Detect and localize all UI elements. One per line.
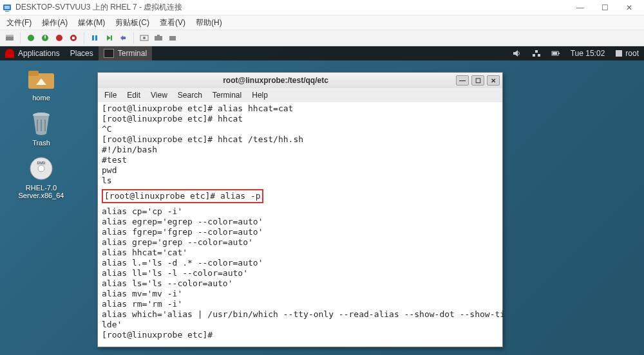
toolbar-separator bbox=[133, 32, 134, 44]
menu-media[interactable]: 媒体(M) bbox=[73, 16, 110, 30]
pause-icon[interactable] bbox=[89, 32, 100, 44]
svg-marker-13 bbox=[107, 35, 111, 41]
shutdown-icon[interactable] bbox=[39, 32, 51, 44]
svg-rect-1 bbox=[5, 6, 10, 9]
snapshot-icon[interactable] bbox=[153, 32, 164, 44]
panel-terminal-label: Terminal bbox=[118, 49, 147, 58]
menu-action[interactable]: 操作(A) bbox=[37, 16, 73, 30]
svg-rect-18 bbox=[155, 36, 162, 41]
svg-rect-22 bbox=[533, 54, 535, 57]
terminal-menu-edit[interactable]: Edit bbox=[122, 89, 146, 101]
panel-places[interactable]: Places bbox=[65, 46, 99, 60]
panel-applications: Applications bbox=[18, 49, 60, 58]
reset-icon[interactable] bbox=[103, 32, 115, 44]
terminal-line: alias hhcat='cat' bbox=[102, 248, 187, 257]
svg-point-37 bbox=[38, 165, 44, 172]
terminal-menu-search[interactable]: Search bbox=[173, 89, 207, 101]
terminal-line: alias fgrep='fgrep --color=auto' bbox=[102, 227, 263, 237]
terminal-window: root@linuxprobe:/test/qq/etc — ☐ ✕ File … bbox=[97, 72, 503, 347]
svg-rect-12 bbox=[95, 35, 97, 41]
host-title: DESKTOP-SVTVUU3 上的 RHEL 7 - 虚拟机连接 bbox=[15, 2, 568, 13]
terminal-close-button[interactable]: ✕ bbox=[487, 75, 500, 86]
terminal-line: alias which='alias | /usr/bin/which --tt… bbox=[102, 309, 505, 319]
svg-marker-15 bbox=[120, 35, 126, 41]
panel-user-menu[interactable]: root bbox=[610, 46, 644, 60]
terminal-line: ^C bbox=[102, 124, 112, 134]
svg-rect-20 bbox=[169, 36, 176, 41]
disc-icon: DVD bbox=[27, 156, 55, 181]
desktop-rhel-disc-icon[interactable]: DVD RHEL-7.0 Server.x86_64 bbox=[9, 156, 73, 199]
ctrl-alt-del-icon[interactable] bbox=[4, 32, 15, 44]
terminal-menu-terminal[interactable]: Terminal bbox=[207, 89, 247, 101]
host-menubar: 文件(F) 操作(A) 媒体(M) 剪贴板(C) 查看(V) 帮助(H) bbox=[0, 15, 644, 30]
desktop-icon-label: home bbox=[32, 94, 50, 102]
terminal-minimize-button[interactable]: — bbox=[456, 75, 469, 86]
desktop-trash-icon[interactable]: Trash bbox=[9, 111, 73, 147]
terminal-line: alias rm='rm -i' bbox=[102, 299, 182, 309]
svg-rect-24 bbox=[535, 50, 538, 53]
gnome-top-panel: Applications Places Terminal Tue 15:02 r… bbox=[0, 46, 644, 60]
revert-icon[interactable] bbox=[117, 32, 129, 44]
terminal-line: alias mv='mv -i' bbox=[102, 289, 182, 298]
start-icon[interactable] bbox=[25, 32, 37, 44]
host-window-controls: — ☐ ✕ bbox=[568, 0, 641, 15]
terminal-prompt: [root@linuxprobe etc]# bbox=[102, 330, 218, 340]
desktop-home-icon[interactable]: home bbox=[9, 66, 73, 102]
terminal-line: alias l.='ls -d .* --color=auto' bbox=[102, 258, 263, 268]
highlighted-command: [root@linuxprobe etc]# alias -p bbox=[102, 189, 263, 203]
terminal-line: #test bbox=[102, 155, 127, 165]
svg-rect-10 bbox=[72, 37, 75, 39]
volume-icon[interactable] bbox=[507, 46, 527, 60]
panel-clock[interactable]: Tue 15:02 bbox=[565, 46, 611, 60]
desktop-icon-label: Trash bbox=[32, 139, 50, 147]
share-icon[interactable] bbox=[167, 32, 178, 44]
terminal-menu-view[interactable]: View bbox=[146, 89, 173, 101]
terminal-line: #!/bin/bash bbox=[102, 145, 157, 154]
redhat-hat-icon bbox=[5, 49, 14, 58]
maximize-button[interactable]: ☐ bbox=[592, 0, 617, 15]
toolbar-separator bbox=[20, 32, 21, 44]
svg-rect-19 bbox=[157, 35, 160, 37]
terminal-menubar: File Edit View Search Terminal Help bbox=[98, 88, 502, 102]
terminal-title: root@linuxprobe:/test/qq/etc bbox=[98, 76, 453, 85]
panel-terminal-launcher[interactable]: Terminal bbox=[99, 46, 152, 60]
terminal-line: alias ll='ls -l --color=auto' bbox=[102, 268, 248, 278]
trash-icon bbox=[27, 111, 55, 136]
network-icon[interactable] bbox=[527, 46, 546, 60]
vm-icon bbox=[3, 3, 12, 12]
terminal-line: alias grep='grep --color=auto' bbox=[102, 237, 253, 247]
terminal-maximize-button[interactable]: ☐ bbox=[471, 75, 484, 86]
host-titlebar: DESKTOP-SVTVUU3 上的 RHEL 7 - 虚拟机连接 — ☐ ✕ bbox=[0, 0, 644, 15]
terminal-line: [root@linuxprobe etc]# hhcat bbox=[102, 114, 243, 123]
svg-rect-27 bbox=[553, 52, 557, 55]
battery-icon[interactable] bbox=[546, 46, 565, 60]
activities-logo[interactable]: Applications bbox=[0, 46, 65, 60]
terminal-body[interactable]: [root@linuxprobe etc]# alias hhcat=cat [… bbox=[98, 102, 502, 347]
terminal-titlebar[interactable]: root@linuxprobe:/test/qq/etc — ☐ ✕ bbox=[98, 73, 502, 88]
terminal-menu-help[interactable]: Help bbox=[247, 89, 273, 101]
desktop-icons: home Trash DVD RHEL-7.0 Server.x86_64 bbox=[9, 66, 73, 208]
poweroff-icon[interactable] bbox=[53, 32, 65, 44]
svg-text:DVD: DVD bbox=[37, 161, 46, 165]
close-button[interactable]: ✕ bbox=[617, 0, 641, 15]
host-toolbar bbox=[0, 30, 644, 46]
menu-clipboard[interactable]: 剪贴板(C) bbox=[110, 16, 155, 30]
guest-desktop: Applications Places Terminal Tue 15:02 r… bbox=[0, 46, 644, 355]
svg-rect-4 bbox=[6, 35, 14, 37]
toolbar-separator bbox=[84, 32, 84, 44]
checkpoint-icon[interactable] bbox=[138, 32, 150, 44]
terminal-line: [root@linuxprobe etc]# alias hhcat=cat bbox=[102, 104, 293, 113]
svg-point-8 bbox=[56, 35, 62, 41]
terminal-menu-file[interactable]: File bbox=[99, 89, 122, 101]
svg-point-5 bbox=[28, 35, 34, 41]
terminal-line: pwd bbox=[102, 165, 117, 175]
folder-home-icon bbox=[27, 66, 55, 91]
stop-icon[interactable] bbox=[68, 32, 79, 44]
terminal-line: lde' bbox=[102, 320, 122, 329]
menu-file[interactable]: 文件(F) bbox=[1, 16, 37, 30]
svg-rect-2 bbox=[5, 11, 9, 12]
svg-rect-30 bbox=[28, 71, 39, 76]
menu-help[interactable]: 帮助(H) bbox=[191, 16, 227, 30]
menu-view[interactable]: 查看(V) bbox=[155, 16, 191, 30]
minimize-button[interactable]: — bbox=[568, 0, 592, 15]
